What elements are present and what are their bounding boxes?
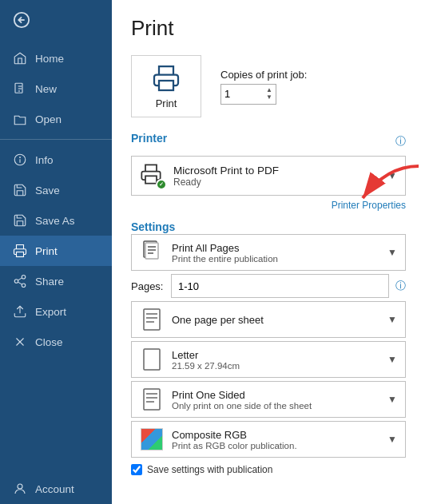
printer-section-header: Printer — [131, 132, 167, 145]
setting-sides-main: Print One Sided — [172, 389, 312, 401]
printer-icon-wrap — [140, 163, 165, 189]
page-content: Print Print Copies of print job: ▲ ▼ — [131, 16, 406, 475]
info-icon-nav — [13, 153, 27, 167]
svg-point-18 — [18, 484, 22, 489]
printer-info-icon[interactable]: ⓘ — [395, 134, 406, 149]
home-icon — [13, 51, 27, 65]
print-button[interactable]: Print — [131, 55, 201, 117]
setting-row-layout-left: One page per sheet — [140, 308, 264, 331]
copies-up-arrow[interactable]: ▲ — [266, 87, 272, 93]
copies-input[interactable] — [224, 88, 256, 100]
copies-down-arrow[interactable]: ▼ — [266, 94, 272, 101]
sidebar-item-save-as[interactable]: Save As — [0, 205, 112, 236]
setting-paper-arrow: ▼ — [387, 354, 397, 365]
sidebar-item-home-label: Home — [35, 53, 64, 65]
copies-spinner[interactable]: ▲ ▼ — [266, 87, 272, 101]
setting-color-text: Composite RGB Print as RGB color publica… — [172, 429, 297, 450]
setting-sides-sub: Only print on one side of the sheet — [172, 401, 312, 411]
sidebar: Home New Open Info — [0, 0, 112, 504]
svg-point-12 — [22, 284, 26, 288]
svg-rect-19 — [159, 81, 173, 90]
sidebar-bottom: Account — [0, 474, 112, 504]
setting-row-paper[interactable]: Letter 21.59 x 27.94cm ▼ — [131, 341, 406, 378]
paper-icon — [143, 348, 161, 371]
save-checkbox[interactable] — [131, 464, 142, 475]
sidebar-item-export-label: Export — [35, 306, 66, 318]
printer-properties-link-wrap: Printer Properties — [131, 197, 406, 212]
setting-sides-text: Print One Sided Only print on one side o… — [172, 389, 312, 411]
sidebar-item-save-label: Save — [35, 185, 60, 196]
setting-row-paper-left: Letter 21.59 x 27.94cm — [140, 347, 240, 371]
setting-paper-main: Letter — [172, 349, 240, 361]
setting-sides-arrow: ▼ — [387, 394, 397, 405]
pages-row: Pages: ⓘ — [131, 274, 406, 298]
open-icon — [13, 112, 27, 126]
sidebar-item-new-label: New — [35, 83, 57, 95]
setting-pages-arrow: ▼ — [387, 247, 397, 258]
sidebar-item-home[interactable]: Home — [0, 43, 112, 73]
setting-sides-icon — [140, 387, 164, 411]
copies-label: Copies of print job: — [220, 69, 307, 81]
sidebar-item-open[interactable]: Open — [0, 104, 112, 134]
pages-input[interactable] — [178, 280, 382, 292]
svg-point-8 — [20, 157, 21, 158]
new-icon — [13, 81, 27, 96]
share-icon — [13, 274, 27, 288]
printer-properties-link[interactable]: Printer Properties — [332, 200, 406, 211]
setting-paper-icon — [140, 347, 164, 371]
save-checkbox-row: Save settings with publication — [131, 464, 406, 475]
setting-color-icon — [140, 427, 164, 451]
setting-row-color[interactable]: Composite RGB Print as RGB color publica… — [131, 421, 406, 458]
sidebar-item-save[interactable]: Save — [0, 175, 112, 205]
sidebar-item-new[interactable]: New — [0, 73, 112, 104]
sidebar-nav: Home New Open Info — [0, 40, 112, 360]
svg-rect-9 — [17, 252, 24, 257]
printer-dropdown[interactable]: Microsoft Print to PDF Ready ▼ — [131, 156, 406, 196]
setting-row-color-left: Composite RGB Print as RGB color publica… — [140, 427, 297, 451]
save-checkbox-label: Save settings with publication — [147, 464, 272, 475]
setting-row-pages[interactable]: Print All Pages Print the entire publica… — [131, 234, 406, 271]
printer-dropdown-left: Microsoft Print to PDF Ready — [140, 163, 279, 189]
sidebar-item-account[interactable]: Account — [0, 474, 112, 504]
export-icon — [13, 304, 27, 319]
copies-input-wrap: ▲ ▼ — [220, 84, 276, 105]
sidebar-item-open-label: Open — [35, 113, 62, 125]
pages-label: Pages: — [131, 280, 165, 292]
sidebar-item-export[interactable]: Export — [0, 296, 112, 327]
setting-paper-text: Letter 21.59 x 27.94cm — [172, 349, 240, 371]
svg-rect-20 — [145, 176, 157, 183]
setting-paper-sub: 21.59 x 27.94cm — [172, 361, 240, 371]
sidebar-item-close[interactable]: Close — [0, 327, 112, 357]
sidebar-item-info[interactable]: Info — [0, 145, 112, 175]
printer-status: Ready — [173, 177, 279, 188]
main-content: Print Print Copies of print job: ▲ ▼ — [112, 0, 425, 504]
sidebar-item-close-label: Close — [35, 336, 63, 348]
svg-rect-30 — [144, 309, 160, 330]
color-swatch-icon — [141, 428, 163, 450]
pages-info-icon[interactable]: ⓘ — [395, 279, 406, 293]
setting-row-layout[interactable]: One page per sheet ▼ — [131, 301, 406, 338]
back-button[interactable] — [0, 0, 112, 40]
sidebar-item-save-as-label: Save As — [35, 215, 75, 227]
print-top-area: Print Copies of print job: ▲ ▼ — [131, 55, 406, 117]
sidebar-item-share[interactable]: Share — [0, 266, 112, 296]
setting-row-sides[interactable]: Print One Sided Only print on one side o… — [131, 381, 406, 418]
print-icon — [13, 244, 27, 258]
setting-color-arrow: ▼ — [387, 434, 397, 445]
svg-point-10 — [22, 276, 26, 280]
pages-input-wrap — [171, 274, 389, 298]
setting-row-sides-left: Print One Sided Only print on one side o… — [140, 387, 312, 411]
printer-status-dot — [156, 179, 167, 190]
sides-icon — [141, 388, 162, 411]
setting-pages-text: Print All Pages Print the entire publica… — [172, 242, 278, 264]
setting-color-sub: Print as RGB color publication. — [172, 441, 297, 450]
svg-point-11 — [14, 280, 18, 284]
svg-line-14 — [18, 278, 22, 280]
settings-section: Settings — [131, 220, 406, 475]
pages-doc-icon — [141, 240, 162, 264]
page-title: Print — [131, 16, 406, 41]
sidebar-item-info-label: Info — [35, 154, 54, 166]
setting-layout-icon — [140, 308, 164, 331]
svg-rect-35 — [144, 389, 160, 410]
sidebar-item-print[interactable]: Print — [0, 236, 112, 266]
